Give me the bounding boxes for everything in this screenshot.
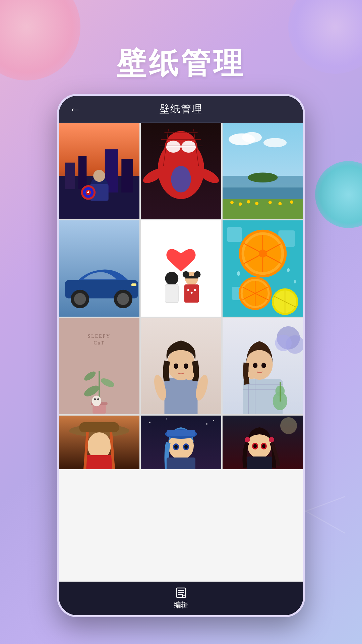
- svg-point-85: [294, 280, 296, 283]
- bg-decoration-circle-teal: [315, 161, 362, 228]
- svg-rect-151: [247, 457, 272, 469]
- wallpaper-grid: SLEEPY CaT: [59, 123, 303, 469]
- edit-icon: [175, 587, 187, 599]
- svg-point-39: [247, 200, 250, 204]
- wallpaper-item-anime2[interactable]: [141, 416, 221, 469]
- wallpaper-item-girl1[interactable]: [141, 318, 221, 414]
- svg-point-120: [261, 363, 266, 368]
- svg-point-143: [280, 417, 297, 434]
- svg-point-121: [248, 370, 256, 379]
- svg-point-83: [237, 271, 240, 276]
- phone-mockup: ← 壁纸管理: [57, 94, 305, 617]
- svg-point-149: [253, 444, 257, 448]
- phone-nav: 编辑: [59, 582, 303, 615]
- wallpaper-item-anime3[interactable]: [223, 416, 303, 469]
- svg-point-139: [174, 445, 178, 449]
- phone-header: ← 壁纸管理: [59, 96, 303, 123]
- svg-point-132: [206, 423, 207, 425]
- svg-point-130: [149, 422, 150, 423]
- header-title: 壁纸管理: [160, 102, 202, 116]
- svg-point-28: [171, 166, 191, 193]
- svg-rect-99: [165, 378, 198, 414]
- wallpaper-item-sleepy-cat[interactable]: SLEEPY CaT: [59, 318, 139, 414]
- edit-nav-item[interactable]: 编辑: [174, 587, 188, 610]
- edit-nav-label: 编辑: [174, 600, 188, 610]
- wallpaper-grid-container: SLEEPY CaT: [59, 123, 303, 582]
- svg-point-140: [184, 445, 188, 449]
- svg-point-40: [255, 202, 258, 205]
- svg-rect-7: [121, 159, 133, 193]
- svg-rect-141: [167, 458, 195, 469]
- svg-rect-62: [227, 227, 242, 242]
- svg-point-49: [117, 293, 129, 305]
- svg-point-95: [92, 395, 101, 406]
- svg-point-57: [191, 292, 193, 294]
- svg-point-41: [268, 201, 272, 204]
- svg-point-145: [245, 437, 250, 442]
- svg-point-84: [287, 268, 290, 272]
- wallpaper-item-anime1[interactable]: [59, 416, 139, 469]
- svg-text:CaT: CaT: [94, 340, 105, 345]
- svg-point-96: [94, 398, 96, 400]
- svg-point-47: [74, 293, 86, 305]
- svg-point-119: [253, 363, 257, 368]
- svg-point-32: [263, 138, 287, 148]
- svg-point-38: [239, 202, 242, 206]
- svg-point-58: [194, 289, 196, 291]
- svg-point-109: [275, 334, 292, 351]
- wallpaper-item-bluecar[interactable]: [59, 220, 139, 317]
- svg-rect-4: [65, 163, 75, 189]
- svg-point-35: [248, 172, 278, 182]
- svg-point-72: [259, 250, 267, 258]
- svg-rect-50: [131, 283, 136, 286]
- wallpaper-item-oranges[interactable]: [223, 220, 303, 317]
- svg-point-131: [166, 418, 167, 419]
- svg-point-105: [185, 370, 194, 380]
- svg-rect-126: [86, 455, 113, 469]
- svg-point-18: [166, 141, 181, 153]
- svg-point-103: [174, 363, 178, 369]
- svg-point-42: [279, 202, 282, 205]
- wallpaper-item-landscape[interactable]: [223, 123, 303, 219]
- svg-point-9: [93, 170, 105, 182]
- svg-point-150: [262, 444, 265, 448]
- svg-point-97: [97, 398, 99, 400]
- svg-point-56: [187, 289, 189, 291]
- svg-point-133: [213, 420, 214, 421]
- svg-rect-5: [78, 156, 87, 189]
- wallpaper-item-captain[interactable]: [59, 123, 139, 219]
- wallpaper-item-spiderman[interactable]: [141, 123, 221, 219]
- svg-point-19: [181, 141, 196, 153]
- back-button[interactable]: ←: [69, 102, 81, 116]
- wallpaper-item-couple[interactable]: [141, 220, 221, 317]
- wallpaper-item-girl2[interactable]: [223, 318, 303, 414]
- svg-rect-117: [280, 382, 281, 401]
- svg-text:SLEEPY: SLEEPY: [88, 334, 111, 339]
- svg-point-31: [242, 132, 262, 143]
- svg-rect-124: [79, 422, 119, 432]
- svg-point-37: [230, 201, 234, 204]
- svg-point-104: [184, 363, 188, 369]
- svg-point-125: [87, 432, 111, 459]
- page-title: 壁纸管理: [0, 44, 362, 84]
- svg-rect-136: [167, 430, 195, 436]
- svg-point-146: [269, 437, 274, 442]
- svg-rect-53: [165, 284, 179, 303]
- svg-point-43: [290, 201, 293, 204]
